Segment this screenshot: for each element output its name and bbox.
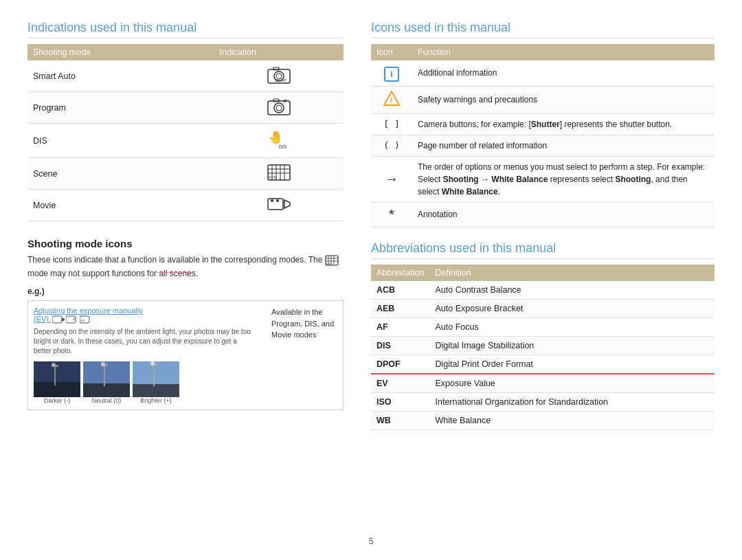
table-row: DIS Digital Image Stabilization [371,336,715,355]
table-row: ! Safety warnings and precautions [371,86,715,113]
abbr-af: AF [371,317,430,336]
svg-text:DIS: DIS [279,144,287,149]
abbr-acb: ACB [371,281,430,300]
mode-icon-movie [214,190,344,221]
svg-text:🤚: 🤚 [268,130,284,145]
def-wb: White Balance [430,411,715,429]
icon-arrow-cell: → [371,156,412,202]
svg-text:!: ! [390,96,393,104]
icons-table: Icon Function i Additional information [371,44,715,227]
function-star: Annotation [412,202,715,227]
table-row: → The order of options or menus you must… [371,156,715,202]
eg-label-neutral: Neutral (0) [83,397,130,404]
svg-point-22 [271,199,273,202]
abbr-dis: DIS [371,336,430,355]
svg-point-51 [150,361,155,366]
table-row: AEB Auto Exposure Bracket [371,299,715,317]
eg-label-darker: Darker (-) [34,397,80,404]
eg-inner: Adjusting the exposure manually (EV) P D… [34,306,252,404]
icon-warning-cell: ! [371,86,412,113]
table-row: Program P [27,92,344,124]
def-af: Auto Focus [430,317,715,336]
shooting-mode-icons-title: Shooting mode icons [27,238,344,249]
svg-rect-49 [153,363,155,386]
icon-paren-cell: ( ) [371,135,412,156]
function-arrow: The order of options or menus you must s… [412,156,715,202]
indications-col1-header: Shooting mode [27,44,214,60]
svg-text:SMART: SMART [275,78,286,82]
mode-label: Program [27,92,214,124]
table-row: AF Auto Focus [371,317,715,336]
abbreviations-title: Abbreviations used in this manual [371,241,715,259]
indications-section: Indications used in this manual Shooting… [27,21,344,221]
abbr-ev: EV [371,374,430,393]
svg-text:P: P [284,99,287,104]
shooting-mode-icons-section: Shooting mode icons These icons indicate… [27,238,344,410]
icon-info-cell: i [371,60,412,86]
icons-title: Icons used in this manual [371,21,715,38]
def-iso: International Organization for Standardi… [430,392,715,411]
icon-bracket-cell: [ ] [371,113,412,135]
def-dis: Digital Image Stabilization [430,336,715,355]
eg-image-brighter: Brighter (+) [133,361,179,404]
indications-col2-header: Indication [214,44,344,60]
table-row: EV Exposure Value [371,374,715,393]
svg-marker-21 [284,200,290,208]
svg-point-41 [52,363,56,367]
svg-rect-38 [34,382,80,397]
mode-icon-dis: 🤚 DIS [214,124,344,158]
eg-image-darker: Darker (-) [34,361,80,404]
svg-rect-39 [54,365,56,385]
mode-icon-smart-auto: SMART [214,60,344,92]
def-aeb: Auto Exposure Bracket [430,299,715,317]
mode-label: Smart Auto [27,60,214,92]
eg-images: Darker (-) [34,361,252,404]
svg-text:SCN: SCN [326,262,332,266]
svg-rect-43 [83,383,130,397]
svg-point-6 [274,103,284,113]
mode-label: DIS [27,124,214,158]
mode-label: Movie [27,190,214,221]
table-row: Movie [27,190,344,221]
eg-box: Adjusting the exposure manually (EV) P D… [27,300,344,410]
eg-label-brighter: Brighter (+) [133,397,179,404]
svg-rect-3 [273,67,279,70]
svg-text:P: P [74,317,76,321]
icons-col2-header: Function [412,44,715,60]
table-row: ISO International Organization for Stand… [371,392,715,411]
abbreviations-table: Abbreviation Definition ACB Auto Contras… [371,265,715,430]
svg-text:DIS: DIS [80,319,85,322]
indications-title: Indications used in this manual [27,21,344,38]
svg-rect-20 [268,199,283,210]
function-additional-info: Additional information [412,60,715,86]
eg-link[interactable]: Adjusting the exposure manually (EV) P D… [34,306,252,324]
icon-star-cell: * [371,202,412,227]
svg-marker-32 [62,317,65,322]
table-row: ACB Auto Contrast Balance [371,281,715,300]
info-icon: i [384,67,399,82]
table-row: DIS 🤚 DIS [27,124,344,158]
eg-note: Available in the Program, DIS, and Movie… [269,306,337,341]
svg-text:SCN: SCN [269,175,277,179]
svg-rect-48 [133,384,179,397]
table-row: [ ] Camera buttons; for example: [Shutte… [371,113,715,135]
eg-desc: Depending on the intensity of the ambien… [34,327,252,356]
right-column: Icons used in this manual Icon Function … [371,21,715,531]
eg-mode-icons: P DIS [52,315,92,324]
abbr-dpof: DPOF [371,355,430,374]
warning-icon: ! [383,91,400,106]
left-column: Indications used in this manual Shooting… [27,21,344,531]
abbr-col1-header: Abbreviation [371,265,430,281]
table-row-dpof: DPOF Digital Print Order Format [371,355,715,374]
svg-rect-44 [104,364,105,386]
function-parens: Page number of related information [412,135,715,156]
def-ev: Exposure Value [430,374,715,393]
table-row: ( ) Page number of related information [371,135,715,156]
icons-section: Icons used in this manual Icon Function … [371,21,715,227]
def-acb: Auto Contrast Balance [430,281,715,300]
function-brackets: Camera buttons; for example: [Shutter] r… [412,113,715,135]
svg-point-7 [276,105,282,111]
mode-label: Scene [27,158,214,190]
page: Indications used in this manual Shooting… [0,0,742,560]
eg-image-neutral: Neutral (0) [83,361,130,404]
